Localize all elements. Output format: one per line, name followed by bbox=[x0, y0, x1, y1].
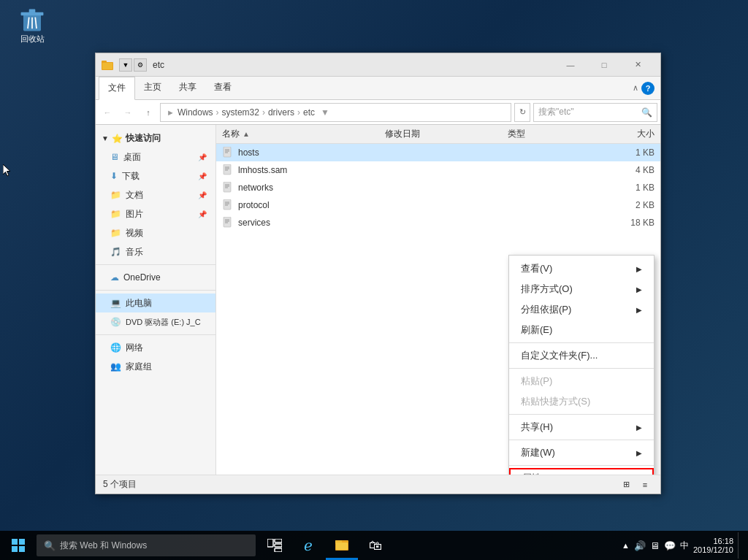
file-item-protocol[interactable]: protocol 2 KB bbox=[216, 196, 660, 214]
sidebar-item-onedrive[interactable]: ☁ OneDrive bbox=[96, 268, 215, 287]
recycle-bin[interactable]: 回收站 bbox=[10, 7, 54, 45]
menu-item-share[interactable]: 共享(H) ▶ bbox=[509, 417, 654, 437]
quick-access-btn[interactable]: ▼ bbox=[119, 58, 132, 72]
start-button[interactable] bbox=[0, 531, 37, 560]
taskbar-store[interactable]: 🛍 bbox=[359, 531, 392, 560]
task-view-icon bbox=[267, 539, 282, 552]
file-name-networks: networks bbox=[238, 183, 395, 193]
close-button[interactable]: ✕ bbox=[621, 53, 654, 77]
svg-rect-21 bbox=[224, 199, 231, 210]
menu-item-view[interactable]: 查看(V) ▶ bbox=[509, 258, 654, 279]
col-header-name[interactable]: 名称 ▲ bbox=[222, 128, 385, 140]
file-item-services[interactable]: services 18 KB bbox=[216, 214, 660, 231]
tab-file[interactable]: 文件 bbox=[99, 77, 135, 100]
maximize-button[interactable]: □ bbox=[587, 53, 621, 77]
file-item-lmhosts[interactable]: lmhosts.sam 4 KB bbox=[216, 161, 660, 179]
pin-icon-1: 📌 bbox=[198, 172, 207, 180]
forward-button[interactable]: → bbox=[119, 104, 137, 121]
show-desktop-btn[interactable] bbox=[738, 532, 742, 559]
menu-arrow-sort: ▶ bbox=[636, 285, 642, 294]
menu-item-paste: 粘贴(P) bbox=[509, 371, 654, 391]
sidebar-item-thispc[interactable]: 💻 此电脑 bbox=[96, 294, 215, 312]
title-bar-icons: ▼ ⚙ bbox=[102, 58, 147, 72]
tab-home[interactable]: 主页 bbox=[135, 77, 170, 99]
sidebar-item-music[interactable]: 🎵 音乐 bbox=[96, 242, 215, 261]
music-icon: 🎵 bbox=[110, 247, 121, 257]
recycle-bin-icon bbox=[19, 7, 45, 34]
ribbon: 文件 主页 共享 查看 ∧ ? bbox=[96, 77, 660, 100]
svg-rect-9 bbox=[224, 147, 231, 157]
back-button[interactable]: ← bbox=[99, 104, 116, 121]
file-size-networks: 1 KB bbox=[592, 183, 654, 193]
mouse-cursor bbox=[3, 164, 12, 177]
search-placeholder: 搜索"etc" bbox=[538, 106, 574, 118]
col-header-date[interactable]: 修改日期 bbox=[385, 128, 508, 140]
pin-icon-2: 📌 bbox=[198, 191, 207, 199]
menu-item-new[interactable]: 新建(W) ▶ bbox=[509, 442, 654, 463]
sidebar-item-downloads[interactable]: ⬇ 下载 📌 bbox=[96, 166, 215, 185]
sidebar-item-network[interactable]: 🌐 网络 bbox=[96, 338, 215, 357]
menu-divider-4 bbox=[509, 440, 654, 440]
onedrive-icon: ☁ bbox=[110, 272, 119, 283]
window-folder-icon bbox=[102, 59, 113, 71]
menu-item-paste-shortcut: 粘贴快捷方式(S) bbox=[509, 391, 654, 412]
sidebar-divider-1 bbox=[96, 264, 215, 265]
taskbar-search-text: 搜索 Web 和 Windows bbox=[60, 540, 147, 552]
menu-divider-3 bbox=[509, 414, 654, 415]
thispc-icon: 💻 bbox=[110, 298, 121, 308]
quick-access-section[interactable]: ▼ ⭐ 快速访问 bbox=[96, 129, 215, 147]
taskbar-explorer[interactable] bbox=[326, 531, 358, 560]
tab-view[interactable]: 查看 bbox=[205, 77, 240, 99]
menu-divider-2 bbox=[509, 368, 654, 369]
details-view-btn[interactable]: ⊞ bbox=[618, 478, 634, 491]
col-header-type[interactable]: 类型 bbox=[508, 128, 589, 140]
menu-item-sort[interactable]: 排序方式(O) ▶ bbox=[509, 279, 654, 299]
minimize-button[interactable]: — bbox=[554, 53, 587, 77]
taskbar-system-tray: ▲ 🔊 🖥 💬 中 16:18 2019/12/10 bbox=[616, 532, 748, 559]
large-icon-view-btn[interactable]: ≡ bbox=[637, 478, 653, 491]
videos-icon: 📁 bbox=[110, 228, 121, 238]
sidebar-item-dvd[interactable]: 💿 DVD 驱动器 (E:) J_C bbox=[96, 312, 215, 331]
tray-network-icon[interactable]: 🖥 bbox=[650, 540, 660, 551]
taskbar-pinned-items: ℯ 🛍 bbox=[256, 531, 394, 560]
tray-message-icon[interactable]: 💬 bbox=[664, 540, 676, 551]
file-name-hosts: hosts bbox=[238, 147, 395, 158]
sidebar-item-documents[interactable]: 📁 文档 📌 bbox=[96, 185, 215, 204]
taskbar-task-view[interactable] bbox=[259, 531, 291, 560]
sidebar-item-homegroup[interactable]: 👥 家庭组 bbox=[96, 357, 215, 376]
svg-rect-35 bbox=[336, 542, 348, 550]
file-icon-services bbox=[222, 217, 234, 229]
file-size-hosts: 1 KB bbox=[592, 147, 654, 158]
taskbar-edge[interactable]: ℯ bbox=[292, 531, 324, 560]
file-item-hosts[interactable]: hosts 1 KB bbox=[216, 144, 660, 161]
menu-divider-1 bbox=[509, 342, 654, 343]
taskbar-clock[interactable]: 16:18 2019/12/10 bbox=[693, 537, 733, 554]
menu-item-group[interactable]: 分组依据(P) ▶ bbox=[509, 299, 654, 320]
address-path[interactable]: ► Windows › system32 › drivers › etc ▼ bbox=[160, 103, 511, 122]
properties-quick-btn[interactable]: ⚙ bbox=[134, 58, 147, 72]
context-menu: 查看(V) ▶ 排序方式(O) ▶ 分组依据(P) ▶ 刷新(E) bbox=[508, 255, 654, 475]
menu-arrow-view: ▶ bbox=[636, 265, 642, 273]
ribbon-toggle[interactable]: ∧ bbox=[633, 83, 638, 93]
tray-ime-indicator[interactable]: 中 bbox=[680, 540, 689, 552]
help-button[interactable]: ? bbox=[641, 82, 654, 95]
sidebar-item-videos[interactable]: 📁 视频 bbox=[96, 223, 215, 242]
taskbar-search[interactable]: 🔍 搜索 Web 和 Windows bbox=[37, 534, 256, 556]
search-box[interactable]: 搜索"etc" 🔍 bbox=[533, 103, 657, 122]
menu-item-customize[interactable]: 自定义文件夹(F)... bbox=[509, 345, 654, 366]
file-icon-lmhosts bbox=[222, 164, 234, 176]
taskbar: 🔍 搜索 Web 和 Windows ℯ 🛍 bbox=[0, 531, 748, 560]
menu-arrow-new: ▶ bbox=[636, 449, 642, 457]
homegroup-icon: 👥 bbox=[110, 361, 121, 372]
refresh-button[interactable]: ↻ bbox=[514, 103, 530, 122]
up-button[interactable]: ↑ bbox=[140, 104, 157, 121]
menu-item-refresh[interactable]: 刷新(E) bbox=[509, 320, 654, 340]
sidebar-item-pictures[interactable]: 📁 图片 📌 bbox=[96, 204, 215, 223]
tab-share[interactable]: 共享 bbox=[170, 77, 205, 99]
tray-expand-icon[interactable]: ▲ bbox=[622, 541, 630, 550]
menu-item-properties[interactable]: 属性(R) bbox=[509, 468, 654, 475]
col-header-size[interactable]: 大小 bbox=[589, 128, 654, 140]
file-item-networks[interactable]: networks 1 KB bbox=[216, 179, 660, 196]
tray-volume-icon[interactable]: 🔊 bbox=[634, 540, 646, 551]
sidebar-item-desktop[interactable]: 🖥 桌面 📌 bbox=[96, 147, 215, 166]
